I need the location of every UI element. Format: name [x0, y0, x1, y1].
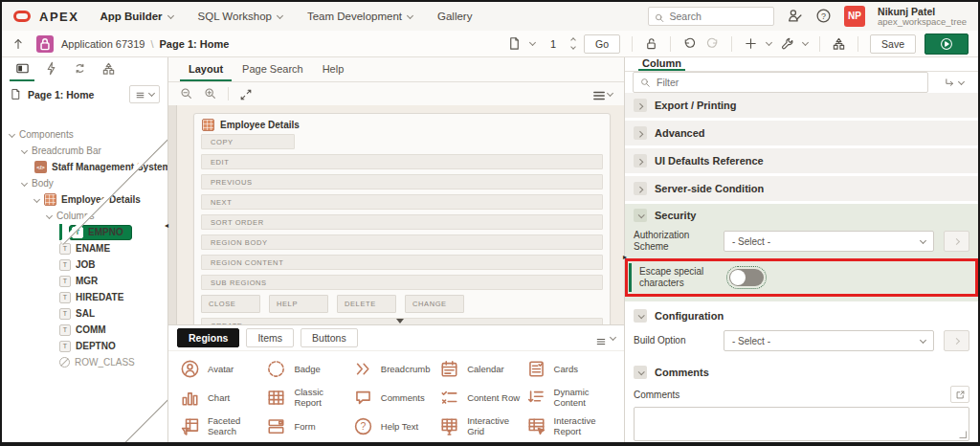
chevron-right-icon[interactable]	[634, 99, 647, 112]
save-button[interactable]: Save	[870, 34, 916, 54]
user-info[interactable]: Nikunj Patel apex_workspace_tree	[878, 6, 967, 28]
comments-header[interactable]: Comments	[625, 361, 978, 384]
section-server-side-condition[interactable]: Server-side Condition	[625, 176, 978, 201]
page-select-chevron-icon[interactable]	[529, 39, 536, 46]
create-plus-icon[interactable]	[744, 36, 758, 51]
comments-textarea[interactable]	[634, 407, 969, 441]
layout-canvas[interactable]: Employee Details COPYEDITPREVIOUSNEXTSOR…	[168, 105, 624, 325]
page-select-icon[interactable]	[507, 36, 522, 51]
expand-icon[interactable]	[239, 88, 252, 100]
collapse-chevron-icon[interactable]	[634, 209, 647, 222]
tree-item-empno[interactable]: TEMPNO	[2, 224, 167, 240]
page-stepper[interactable]	[571, 38, 575, 49]
tree-item-pre-rendering[interactable]: Pre-Rendering	[2, 110, 167, 126]
tree-item-comm[interactable]: TCOMM	[2, 322, 167, 338]
tree-menu-button[interactable]	[129, 85, 160, 103]
tree-item-row-class[interactable]: ROW_CLASS	[2, 354, 167, 370]
gallery-item-partial[interactable]	[526, 440, 612, 442]
go-button[interactable]: Go	[584, 34, 620, 54]
menu-item-team-development[interactable]: Team Development	[307, 11, 412, 22]
open-window-icon[interactable]	[950, 386, 969, 403]
gallery-item-avatar[interactable]: Avatar	[180, 354, 266, 383]
chevron-down-icon[interactable]	[21, 147, 28, 154]
redo-icon[interactable]	[705, 36, 720, 51]
tree-item-sal[interactable]: TSAL	[2, 305, 167, 322]
tree-item-body[interactable]: Body	[2, 175, 167, 191]
canvas-scrollbar[interactable]	[168, 105, 177, 324]
configuration-header[interactable]: Configuration	[625, 304, 978, 327]
help-icon[interactable]: ?	[815, 8, 832, 24]
right-splitter-handle[interactable]: ▸	[623, 253, 627, 261]
tree-item-hiredate[interactable]: THIREDATE	[2, 289, 167, 305]
tree-item-ename[interactable]: TENAME	[2, 240, 167, 256]
tab-page-search[interactable]: Page Search	[234, 57, 312, 81]
gallery-tab-regions[interactable]: Regions	[177, 328, 239, 347]
filter-input[interactable]	[657, 77, 921, 88]
tree-item-deptno[interactable]: TDEPTNO	[2, 338, 167, 354]
goto-group-button[interactable]	[936, 72, 970, 93]
gallery-item-cards[interactable]: Cards	[526, 354, 612, 383]
undo-icon[interactable]	[682, 36, 697, 51]
tree-item-job[interactable]: TJOB	[2, 256, 167, 273]
gallery-item-help-text[interactable]: ?Help Text	[353, 412, 439, 440]
gallery-item-comments[interactable]: Comments	[353, 383, 439, 412]
apex-brand[interactable]: APEX	[39, 10, 78, 24]
canvas-button-delete[interactable]: DELETE	[337, 295, 396, 313]
canvas-row-sort-order[interactable]: SORT ORDER	[201, 214, 603, 230]
tree-item-mgr[interactable]: TMGR	[2, 273, 167, 289]
menu-item-gallery[interactable]: Gallery	[437, 11, 472, 22]
tree-tab-page-shared-components-icon[interactable]	[96, 57, 121, 81]
collapse-chevron-icon[interactable]	[634, 366, 647, 379]
tab-help[interactable]: Help	[314, 57, 353, 81]
chevron-right-icon[interactable]	[634, 182, 647, 195]
canvas-row-sub-regions[interactable]: SUB REGIONS	[201, 275, 603, 290]
chevron-down-icon[interactable]	[9, 131, 15, 138]
gallery-item-partial[interactable]	[353, 440, 439, 442]
tree-item-employee-details[interactable]: Employee Details	[2, 191, 167, 208]
build-option-select[interactable]: - Select -	[724, 330, 934, 351]
utilities-chevron-icon[interactable]	[802, 39, 809, 46]
gallery-item-dynamic-content[interactable]: Dynamic Content	[526, 383, 612, 412]
canvas-row-region-body[interactable]: REGION BODY	[201, 234, 603, 250]
tree-item-breadcrumb-bar[interactable]: Breadcrumb Bar	[2, 143, 167, 159]
user-avatar[interactable]: NP	[844, 6, 865, 27]
page-number-input[interactable]	[544, 35, 563, 53]
menu-item-app-builder[interactable]: App Builder	[100, 11, 172, 22]
create-chevron-icon[interactable]	[766, 39, 772, 46]
oracle-logo-icon[interactable]	[13, 11, 31, 22]
chevron-down-icon[interactable]	[21, 180, 28, 187]
chevron-right-icon[interactable]	[634, 154, 647, 167]
section-export-printing[interactable]: Export / Printing	[625, 93, 978, 118]
gallery-item-form[interactable]: Form	[266, 412, 352, 440]
canvas-row-edit[interactable]: EDIT	[201, 154, 603, 169]
gallery-item-partial[interactable]	[266, 440, 352, 442]
global-search[interactable]	[648, 7, 774, 26]
canvas-row-region-content[interactable]: REGION CONTENT	[201, 255, 603, 270]
canvas-row-next[interactable]: NEXT	[201, 194, 603, 210]
tree-tab-rendering-tree-icon[interactable]	[10, 57, 34, 81]
gallery-item-breadcrumb[interactable]: Breadcrumb	[353, 354, 439, 383]
gallery-item-chart[interactable]: Chart	[180, 383, 266, 412]
unlock-icon[interactable]	[644, 36, 658, 51]
zoom-in-icon[interactable]	[204, 87, 217, 100]
search-input[interactable]	[669, 11, 768, 22]
scroll-down-arrow-icon[interactable]	[396, 319, 404, 323]
section-advanced[interactable]: Advanced	[625, 121, 978, 145]
chevron-down-icon[interactable]	[33, 196, 40, 203]
tab-column[interactable]: Column	[638, 57, 685, 71]
escape-special-characters-toggle[interactable]	[729, 269, 764, 286]
tab-layout[interactable]: Layout	[180, 57, 232, 81]
gallery-item-faceted-search[interactable]: Faceted Search	[180, 412, 266, 440]
breadcrumb-page[interactable]: Page 1: Home	[160, 38, 230, 50]
authorization-scheme-select[interactable]: - Select -	[724, 231, 934, 252]
account-icon[interactable]	[787, 8, 803, 24]
tree-item-components[interactable]: Components	[2, 126, 167, 143]
gallery-tab-buttons[interactable]: Buttons	[301, 328, 358, 347]
canvas-row-previous[interactable]: PREVIOUS	[201, 174, 603, 190]
gallery-item-badge[interactable]: Badge	[266, 354, 352, 383]
tree-item-post-rendering[interactable]: Post-Rendering	[2, 370, 167, 387]
authorization-scheme-goto-button[interactable]	[944, 231, 969, 252]
canvas-row-copy[interactable]: COPY	[201, 134, 295, 149]
gallery-item-classic-report[interactable]: Classic Report	[266, 383, 352, 412]
layout-menu-button[interactable]	[592, 89, 612, 99]
